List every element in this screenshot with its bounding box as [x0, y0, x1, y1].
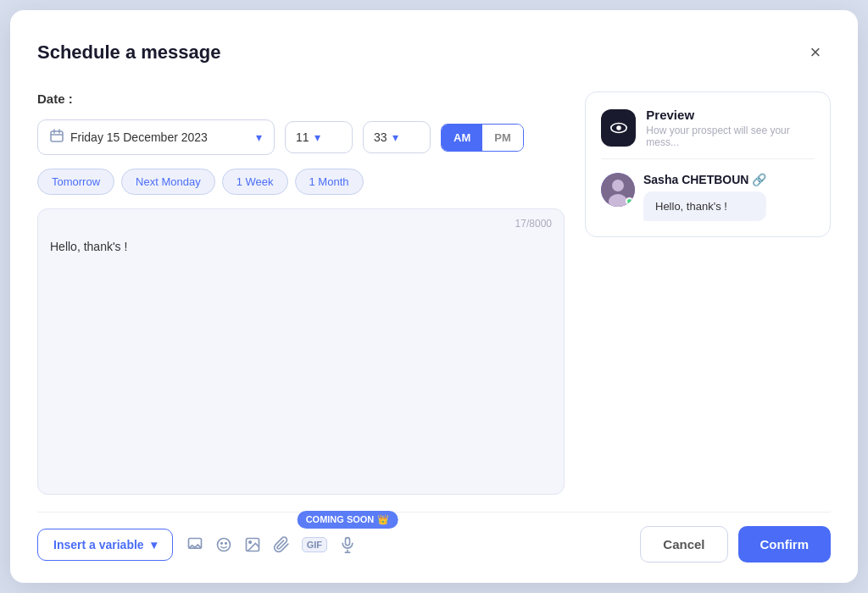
- close-button[interactable]: ×: [800, 37, 831, 68]
- pm-button[interactable]: PM: [482, 125, 523, 151]
- next-monday-button[interactable]: Next Monday: [121, 169, 215, 195]
- modal-body: Date : Friday 15 Decemb: [37, 91, 831, 495]
- modal-overlay: Schedule a message × Date :: [0, 0, 868, 593]
- minute-picker[interactable]: 33 ▾: [363, 121, 431, 153]
- toolbar-icons: GIF COMING SOON 👑: [186, 536, 356, 553]
- left-panel: Date : Friday 15 Decemb: [37, 91, 565, 495]
- right-panel: Preview How your prospect will see your …: [585, 91, 831, 495]
- minute-value: 33: [374, 130, 387, 144]
- insert-variable-button[interactable]: Insert a variable ▾: [37, 529, 173, 561]
- svg-rect-0: [51, 131, 63, 141]
- schedule-modal: Schedule a message × Date :: [10, 10, 858, 583]
- preview-icon: [601, 109, 636, 147]
- crown-icon: 👑: [377, 514, 389, 525]
- modal-title: Schedule a message: [37, 42, 220, 64]
- svg-point-14: [248, 540, 251, 543]
- emoji-icon[interactable]: [215, 536, 232, 553]
- modal-header: Schedule a message ×: [37, 37, 831, 68]
- date-value: Friday 15 December 2023: [70, 130, 249, 144]
- image-icon[interactable]: [244, 536, 261, 553]
- footer-right: Cancel Confirm: [640, 526, 831, 563]
- preview-card: Preview How your prospect will see your …: [585, 91, 831, 237]
- one-month-button[interactable]: 1 Month: [295, 169, 364, 195]
- modal-footer: Insert a variable ▾: [37, 512, 831, 563]
- cancel-button[interactable]: Cancel: [640, 526, 727, 563]
- date-picker[interactable]: Friday 15 December 2023 ▾: [37, 119, 275, 155]
- chat-message-text: Hello, thank's !: [655, 200, 727, 213]
- preview-title: Preview: [646, 108, 815, 122]
- svg-rect-15: [345, 537, 349, 545]
- footer-left: Insert a variable ▾: [37, 529, 356, 561]
- date-time-row: Friday 15 December 2023 ▾ 11 ▾ 33 ▾: [37, 119, 565, 155]
- hour-chevron-icon: ▾: [314, 130, 320, 144]
- quick-buttons: Tomorrow Next Monday 1 Week 1 Month: [37, 169, 565, 195]
- am-button[interactable]: AM: [442, 125, 482, 151]
- minute-chevron-icon: ▾: [392, 130, 398, 144]
- message-square-icon[interactable]: [186, 536, 203, 553]
- svg-point-10: [217, 538, 230, 551]
- svg-point-11: [220, 542, 222, 544]
- svg-point-5: [616, 125, 621, 130]
- gif-icon[interactable]: GIF: [302, 537, 327, 552]
- date-chevron-icon: ▾: [256, 130, 262, 144]
- preview-subtitle: How your prospect will see your mess...: [646, 125, 815, 148]
- date-label: Date :: [37, 91, 565, 106]
- am-pm-toggle: AM PM: [441, 124, 524, 152]
- microphone-icon[interactable]: [339, 536, 356, 553]
- chat-content: Sasha CHETBOUN 🔗 Hello, thank's !: [643, 173, 766, 221]
- one-week-button[interactable]: 1 Week: [222, 169, 288, 195]
- message-textarea[interactable]: Hello, thank's !: [38, 209, 564, 494]
- hour-picker[interactable]: 11 ▾: [285, 121, 353, 153]
- svg-point-7: [612, 180, 624, 191]
- online-indicator: [626, 197, 633, 205]
- char-count: 17/8000: [515, 218, 552, 230]
- coming-soon-text: COMING SOON: [306, 514, 375, 524]
- coming-soon-badge: COMING SOON 👑: [298, 511, 398, 529]
- insert-variable-label: Insert a variable: [53, 538, 144, 551]
- mic-wrapper: COMING SOON 👑: [339, 536, 356, 553]
- chat-bubble: Hello, thank's !: [643, 191, 766, 221]
- calendar-icon: [50, 129, 64, 146]
- message-area-wrapper: 17/8000 Hello, thank's !: [37, 208, 565, 495]
- contact-name: Sasha CHETBOUN 🔗: [643, 173, 766, 186]
- tomorrow-button[interactable]: Tomorrow: [37, 169, 114, 195]
- preview-text-group: Preview How your prospect will see your …: [646, 108, 815, 148]
- attach-icon[interactable]: [273, 536, 290, 553]
- hour-value: 11: [296, 130, 309, 144]
- chat-preview: Sasha CHETBOUN 🔗 Hello, thank's !: [601, 173, 815, 221]
- avatar: [601, 173, 635, 207]
- confirm-button[interactable]: Confirm: [738, 526, 832, 563]
- insert-variable-chevron-icon: ▾: [151, 538, 157, 551]
- preview-header: Preview How your prospect will see your …: [601, 108, 815, 159]
- svg-point-12: [225, 542, 226, 544]
